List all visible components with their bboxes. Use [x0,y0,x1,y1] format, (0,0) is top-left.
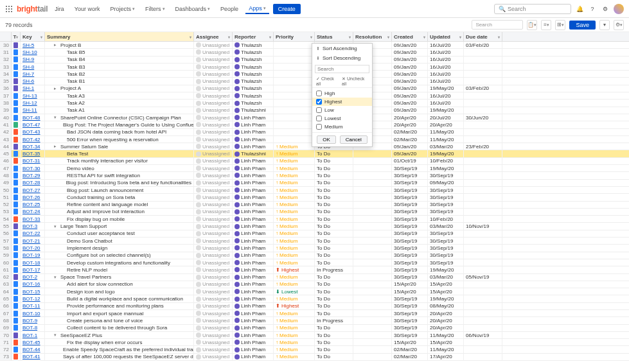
duedate-cell[interactable] [464,64,502,70]
assignee-cell[interactable]: Unassigned [194,129,233,135]
status-cell[interactable]: To Do [315,238,353,244]
key-link[interactable]: SH-12 [22,100,37,106]
col-created[interactable]: Created▾ [392,32,428,41]
status-cell[interactable]: To Do [315,339,353,345]
duedate-cell[interactable]: 23/Feb/20 [464,143,502,150]
table-row[interactable]: 63BOT-16Add alert for slow connectionUna… [0,281,629,288]
assignee-cell[interactable]: Unassigned [194,281,233,288]
key-link[interactable]: BOT-43 [22,129,40,135]
duedate-cell[interactable]: 05/Nov/19 [464,274,502,281]
key-link[interactable]: BOT-15 [22,289,40,295]
summary-cell[interactable]: Blog post: Introducing Sora beta and key… [45,180,194,186]
assignee-cell[interactable]: Unassigned [194,202,233,208]
duedate-cell[interactable] [464,136,502,143]
reporter-cell[interactable]: Linh Pham [233,180,274,186]
table-row[interactable]: 72BOT-44Enable Speedy SpaceCraft as the … [0,346,629,353]
nav-projects[interactable]: Projects▾ [107,4,139,13]
summary-cell[interactable]: Task B4 [45,56,194,63]
summary-cell[interactable]: Beta Test [45,150,194,157]
key-link[interactable]: BOT-2 [22,274,37,280]
priority-cell[interactable]: ↑Medium [274,165,315,171]
key-link[interactable]: SH-1 [22,85,34,91]
status-cell[interactable]: To Do [315,230,353,237]
summary-cell[interactable]: ▾Space Travel Partners [45,274,194,281]
summary-cell[interactable]: Conduct training on Sora beta [45,194,194,200]
assignee-cell[interactable]: Unassigned [194,100,233,106]
priority-cell[interactable] [274,100,315,106]
priority-cell[interactable]: ↑Medium [274,209,315,215]
assignee-cell[interactable]: Unassigned [194,180,233,186]
priority-cell[interactable]: ↑Medium [274,143,315,150]
duedate-cell[interactable] [464,194,502,200]
summary-cell[interactable]: Task A3 [45,92,194,99]
duedate-cell[interactable] [464,92,502,99]
table-row[interactable]: 57BOT-21Demo Sora ChatbotUnassignedLinh … [0,238,629,245]
col-resolution[interactable]: Resolution▾ [353,32,392,41]
summary-cell[interactable]: Task A1 [45,107,194,114]
reporter-cell[interactable]: Thulazsh [233,64,274,70]
key-link[interactable]: SH-6 [22,78,34,84]
create-button[interactable]: Create [273,4,301,14]
key-link[interactable]: BOT-34 [22,144,40,150]
priority-cell[interactable]: ↑Medium [274,230,315,237]
summary-cell[interactable]: Blog post: Launch announcement [45,187,194,193]
duedate-cell[interactable]: 30/Jun/20 [464,114,502,121]
priority-cell[interactable] [274,64,315,70]
key-link[interactable]: BOT-21 [22,238,40,244]
status-cell[interactable]: To Do [315,288,353,295]
summary-cell[interactable]: Track monthly interaction per visitor [45,158,194,164]
priority-cell[interactable]: ↑Medium [274,194,315,200]
duedate-cell[interactable] [464,165,502,171]
reporter-cell[interactable]: Thulazshni [233,107,274,114]
reporter-cell[interactable]: Thulazsh [233,42,274,48]
duedate-cell[interactable] [464,49,502,55]
priority-cell[interactable]: ↑Medium [274,238,315,244]
global-search[interactable]: 🔍 Search [494,4,571,14]
priority-cell[interactable] [274,42,315,48]
status-cell[interactable]: To Do [315,346,353,352]
col-status[interactable]: Status▾ [315,32,353,41]
table-row[interactable]: 65BOT-12Build a digital workplace and sp… [0,295,629,302]
assignee-cell[interactable]: Unassigned [194,85,233,92]
duedate-cell[interactable] [464,288,502,295]
key-link[interactable]: BOT-41 [22,354,40,360]
summary-cell[interactable]: ▾Large Team Support [45,223,194,229]
summary-cell[interactable]: 500 Error when requesting a reservation [45,136,194,143]
summary-cell[interactable]: Conduct user acceptance test [45,230,194,237]
assignee-cell[interactable]: Unassigned [194,172,233,178]
expand-icon[interactable]: ▾ [54,275,58,280]
table-row[interactable]: 59BOT-19Configure bot on selected channe… [0,252,629,259]
priority-cell[interactable]: ↑Medium [274,346,315,352]
key-link[interactable]: BOT-45 [22,340,40,345]
reporter-cell[interactable]: Linh Pham [233,143,274,150]
duedate-cell[interactable]: 10/Nov/19 [464,223,502,229]
priority-cell[interactable]: ↑Medium [274,187,315,193]
assignee-cell[interactable]: Unassigned [194,230,233,237]
summary-cell[interactable]: Blog Post: The Project Manager's Guide t… [45,121,194,128]
assignee-cell[interactable]: Unassigned [194,158,233,164]
reporter-cell[interactable]: Linh Pham [233,114,274,121]
status-cell[interactable]: To Do [315,245,353,251]
reporter-cell[interactable]: Linh Pham [233,266,274,273]
reporter-cell[interactable]: Thulazshni [233,150,274,157]
key-link[interactable]: SH-9 [22,56,34,62]
reporter-cell[interactable]: Linh Pham [233,158,274,164]
duedate-cell[interactable]: 06/Nov/19 [464,332,502,338]
reporter-cell[interactable]: Linh Pham [233,332,274,338]
duedate-cell[interactable] [464,303,502,309]
priority-cell[interactable]: ↑Medium [274,354,315,360]
key-link[interactable]: BOT-47 [22,122,40,128]
key-link[interactable]: BOT-18 [22,260,40,266]
summary-cell[interactable]: ▸Project B [45,42,194,48]
duedate-cell[interactable] [464,150,502,157]
reporter-cell[interactable]: Linh Pham [233,281,274,288]
table-row[interactable]: 48BOT-29RESTful API for swift integratio… [0,172,629,179]
status-cell[interactable]: To Do [315,325,353,331]
reporter-cell[interactable]: Linh Pham [233,325,274,331]
assignee-cell[interactable]: Unassigned [194,107,233,114]
assignee-cell[interactable]: Unassigned [194,325,233,331]
priority-cell[interactable]: ↑Medium [274,252,315,259]
duedate-cell[interactable] [464,346,502,352]
check-all-link[interactable]: ✓ Check all [316,76,338,86]
table-row[interactable]: 68BOT-9Create persona and tone of voiceU… [0,317,629,324]
